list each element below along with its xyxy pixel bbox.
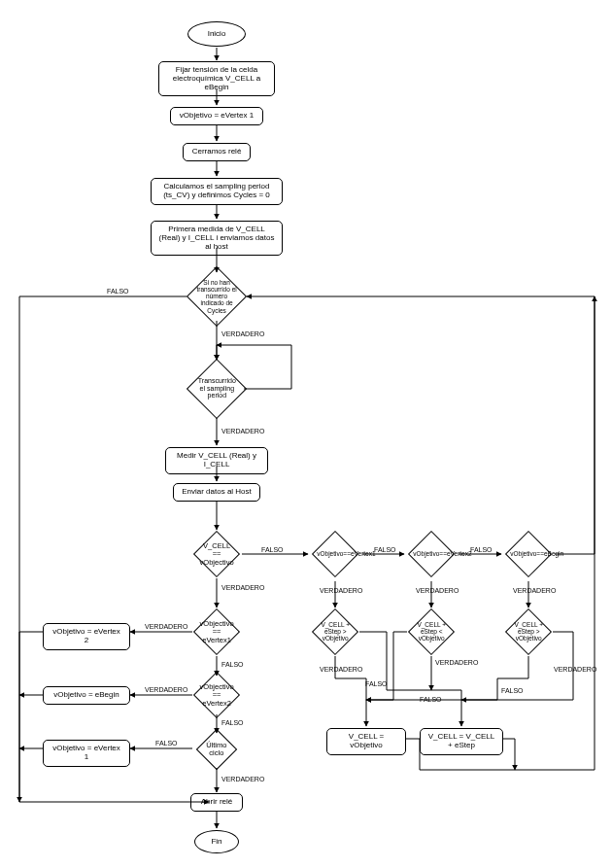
label-false-evertex2: FALSO [221, 719, 244, 726]
label-false-gt-a: FALSO [365, 680, 388, 687]
label-true-r2: VERDADERO [416, 587, 459, 594]
label-true-lt: VERDADERO [435, 659, 478, 666]
decision-cycles: Si no han transcurrido el número indicad… [187, 266, 247, 327]
process-open-relay: Abrir relé [190, 793, 243, 812]
process-vcell-vobj: V_CELL = vObjetivo [326, 728, 406, 755]
process-vcell-estep: V_CELL = V_CELL + eStep [420, 728, 503, 755]
process-measure: Medir V_CELL (Real) y I_CELL [165, 447, 268, 474]
end-label: Fin [211, 838, 221, 847]
decision-vobj-ebegin-r: vObjetivo==eBegin [505, 531, 552, 577]
label-true-gt-a: VERDADERO [320, 666, 362, 673]
decision-plus-gt-a: V_CELL + eStep > vObjetivo [312, 608, 358, 655]
label-false-cycles: FALSO [107, 288, 129, 295]
label-false-lt: FALSO [420, 696, 442, 703]
end-terminator: Fin [194, 830, 239, 853]
decision-plus-lt: V_CELL + eStep < vObjetivo [408, 608, 455, 655]
label-false-vcellvobj: FALSO [261, 546, 284, 553]
decision-vobj-evertex2: vObjectivo == eVertex2 [193, 672, 240, 718]
decision-vobj-evertex1: vObjectivo == eVertex1 [193, 608, 240, 655]
process-vobj-ebegin: vObjetivo = eBegin [43, 686, 130, 705]
process-vobj-evertex1: vObjetivo = eVertex 1 [170, 107, 263, 125]
start-label: Inicio [208, 30, 226, 39]
label-true-evertex1: VERDADERO [145, 623, 187, 630]
label-true-lastcycle: VERDADERO [221, 776, 264, 782]
decision-sampling: Transcurrido el sampling period [187, 359, 247, 419]
label-true-vcellvobj: VERDADERO [221, 584, 264, 591]
label-true-gt-b: VERDADERO [554, 666, 596, 673]
process-calc-sampling: Calculamos el sampling period (ts_CV) y … [151, 178, 283, 205]
label-true-r1: VERDADERO [320, 587, 362, 594]
label-false-r2: FALSO [470, 546, 493, 553]
label-true-sampling: VERDADERO [221, 428, 264, 434]
decision-plus-gt-b: V_CELL + eStep > vObjetivo [505, 608, 552, 655]
process-send-host: Enviar datos al Host [173, 483, 260, 502]
label-true-r3: VERDADERO [513, 587, 556, 594]
decision-vcell-eq-vobj: V_CELL == vObjectivo [193, 531, 240, 577]
decision-vobj-evertex1-r: vObjetivo==eVertex1 [312, 531, 358, 577]
process-first-measure: Primera medida de V_CELL (Real) y I_CELL… [151, 221, 283, 256]
start-terminator: Inicio [187, 21, 246, 47]
decision-last-cycle: Último ciclo [196, 729, 237, 770]
process-vobj-evertex1b: vObjetivo = eVertex 1 [43, 740, 130, 767]
label-true-cycles: VERDADERO [221, 330, 264, 337]
process-close-relay: Cerramos relé [183, 143, 251, 161]
decision-vobj-evertex2-r: vObjetivo==eVertex2 [408, 531, 455, 577]
label-true-evertex2: VERDADERO [145, 686, 187, 693]
label-false-evertex1: FALSO [221, 661, 244, 668]
process-vobj-evertex2: vObjetivo = eVertex 2 [43, 623, 130, 650]
process-fix-voltage: Fijar tensión de la celda electroquímica… [158, 61, 275, 96]
label-false-gt-b: FALSO [501, 687, 524, 694]
label-false-r1: FALSO [374, 546, 396, 553]
label-false-lastcycle: FALSO [155, 740, 178, 746]
